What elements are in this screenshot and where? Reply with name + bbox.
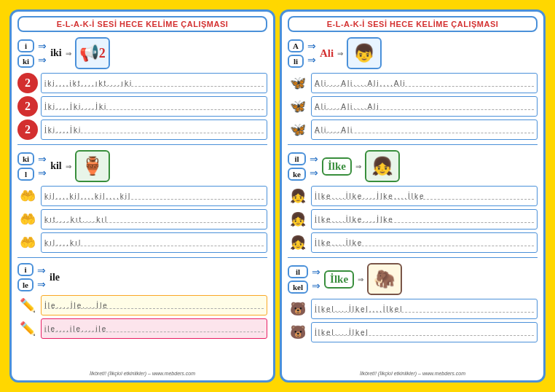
arrow-icon-2: ⇒ [38, 54, 47, 66]
demo3-syllables: i le [17, 263, 34, 291]
ali-line-3: Ali....Ali [311, 119, 538, 140]
demo2-row: ki l ⇒ ⇒ kil ⇒ 🏺 [17, 149, 267, 184]
demo3-word: ile [50, 272, 60, 283]
writing-row-8: ✏️ ile....ile....ile [17, 318, 267, 339]
bear-icon-1: 🐻 [288, 299, 308, 319]
line-text-7: İle....İle....İle [44, 302, 109, 310]
ali-text-2: Ali....Ali....Ali [315, 103, 380, 111]
ilke-row-1: 👧 İlke....İlke....İlke....İlke [288, 186, 538, 206]
arrow-icon-6: ⇒ [37, 278, 46, 291]
num2-icon-3: 2 [17, 119, 38, 140]
ilke-line-2: İlke....İlke....İlke [311, 209, 538, 230]
ilkel-row-2: 🐻 İlkel....İlkel [288, 322, 538, 342]
ilkel-arrows: ⇒ ⇒ [312, 266, 320, 292]
ilkel-syllables: il kel [288, 265, 308, 294]
writing-line-1: iki....ikt....ıkt....ıki [41, 73, 267, 93]
girl-icon-1: 👧 [288, 186, 308, 206]
ilkel-demo-row: il kel ⇒ ⇒ İlke ⇒ 🦣 [288, 262, 538, 297]
right-footer: İlköretî! (İlkçkıl etkinlikler) – www.me… [288, 371, 538, 376]
ali-image: 👦 [347, 37, 382, 69]
left-page: E-L-A-K-İ SESİ HECE KELİME ÇALIŞMASI i k… [9, 9, 275, 383]
writing-row-4: 🤲 kil....kil....kil....kil [17, 186, 267, 206]
demo2-syllables: ki l [17, 152, 34, 181]
writing-row-6: 🤲 kıl....kıl [17, 232, 267, 253]
arrow-icon-r5: ⇒ [312, 266, 320, 278]
syllable-A: A [288, 39, 304, 52]
ali-arrow2: ⇒ [337, 50, 343, 58]
outer-border: ★★★★★★★★★★★★★★★★★★★★★★★★★★★★★★★★★★★★★★★★… [0, 0, 555, 392]
line-text-1: iki....ikt....ıkt....ıki [44, 79, 133, 87]
demo2-arrow2: ⇒ [66, 162, 71, 170]
demo2-word: kil [50, 160, 62, 172]
writing-row-7: ✏️ İle....İle....İle [17, 295, 267, 315]
writing-row-1: 2 iki....ikt....ıkt....ıki [17, 73, 267, 93]
hands-icon-1: 🤲 [17, 186, 38, 206]
ali-row-3: 🦋 Ali....Ali [288, 119, 538, 140]
ilke-arrows: ⇒ ⇒ [310, 153, 318, 179]
writing-line-6: kıl....kıl [41, 232, 267, 253]
num2-icon-1: 2 [17, 73, 38, 93]
ilkel-image: 🦣 [367, 263, 402, 295]
line-text-5: kıt....kıt....kıl [44, 216, 108, 224]
arrow-icon-3: ⇒ [38, 153, 47, 165]
pencil-icon-1: ✏️ [17, 295, 38, 315]
writing-line-4: kil....kil....kil....kil [41, 186, 267, 206]
syllable-l: l [17, 168, 34, 181]
ilke-text-2: İlke....İlke....İlke [315, 216, 394, 224]
hands-icon-3: 🤲 [17, 232, 38, 253]
writing-line-5: kıt....kıt....kıl [41, 209, 267, 230]
ali-row-2: 🦋 Ali....Ali....Ali [288, 96, 538, 117]
ilke-row-3: 👧 İlke....İlke [288, 232, 538, 253]
ilke-line-3: İlke....İlke [311, 232, 538, 253]
ali-line-1: Ali....Ali....Ali....Ali [311, 73, 538, 93]
ilkel-arrow2: ⇒ [358, 275, 363, 283]
left-page-title: E-L-A-K-İ SESİ HECE KELİME ÇALIŞMASI [17, 16, 267, 32]
writing-row-2: 2 İki....İki....İki [17, 96, 267, 117]
right-page: E-L-A-K-İ SESİ HECE KELİME ÇALIŞMASI A l… [280, 9, 546, 383]
syllable-ki2: ki [17, 152, 34, 165]
butterfly-icon-1: 🦋 [288, 73, 308, 93]
ali-syllables: A li [288, 39, 304, 68]
divider-r1 [288, 144, 538, 145]
line-text-4: kil....kil....kil....kil [44, 192, 131, 200]
divider-1 [17, 144, 267, 145]
pencil-icon-2: ✏️ [17, 318, 38, 339]
bear-icon-2: 🐻 [288, 322, 308, 342]
arrow-icon-r2: ⇒ [307, 54, 316, 66]
demo2-image: 🏺 [75, 150, 110, 182]
writing-row-5: 🤲 kıt....kıt....kıl [17, 209, 267, 230]
ilke-line-1: İlke....İlke....İlke....İlke [311, 186, 538, 206]
ilkel-word: İlke [324, 270, 354, 289]
num2-icon-2: 2 [17, 96, 38, 117]
ali-arrows: ⇒ ⇒ [307, 40, 316, 66]
ali-text-1: Ali....Ali....Ali....Ali [315, 79, 406, 87]
arrow-icon-r1: ⇒ [307, 40, 316, 52]
syllable-le: le [17, 278, 34, 291]
writing-line-3: İki....İki [41, 119, 267, 140]
arrow-icon-1: ⇒ [38, 40, 47, 52]
ilkel-row-1: 🐻 İlkel....İlkel....İlkel [288, 299, 538, 319]
ilke-text-1: İlke....İlke....İlke....İlke [315, 192, 425, 200]
line-text-6: kıl....kıl [44, 239, 82, 247]
demo1-image: 📢 2 [75, 37, 110, 69]
syllable-li: li [288, 55, 304, 68]
writing-line-2: İki....İki....İki [41, 96, 267, 117]
writing-line-7: İle....İle....İle [41, 295, 267, 315]
demo1-word: iki [50, 47, 62, 59]
demo1-arrows: ⇒ ⇒ [38, 40, 47, 66]
ilke-text-3: İlke....İlke [315, 239, 363, 247]
syllable-i: i [17, 39, 34, 52]
ali-word: Ali [320, 47, 334, 60]
syllable-il: il [288, 152, 306, 165]
arrow-icon-r4: ⇒ [310, 167, 318, 179]
demo1-arrow2: ⇒ [66, 50, 71, 58]
pages-container: E-L-A-K-İ SESİ HECE KELİME ÇALIŞMASI i k… [0, 0, 555, 392]
right-page-title: E-L-A-K-İ SESİ HECE KELİME ÇALIŞMASI [288, 16, 538, 32]
butterfly-icon-2: 🦋 [288, 96, 308, 117]
ali-text-3: Ali....Ali [315, 126, 353, 134]
ilkel-text-2: İlkel....İlkel [315, 329, 369, 337]
syllable-ki: ki [17, 55, 34, 68]
arrow-icon-5: ⇒ [37, 264, 46, 277]
syllable-ke: ke [288, 168, 306, 181]
demo2-arrows: ⇒ ⇒ [38, 153, 47, 179]
